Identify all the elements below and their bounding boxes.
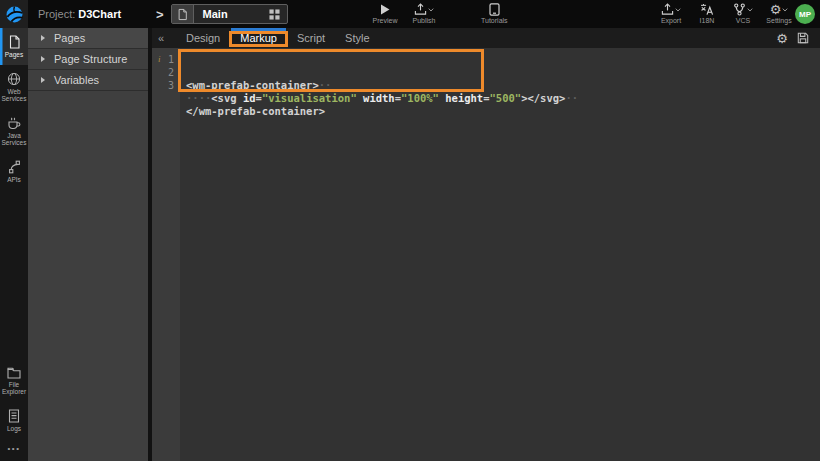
- api-icon: [8, 160, 21, 174]
- user-avatar[interactable]: MP: [795, 4, 815, 24]
- tab-script[interactable]: Script: [287, 28, 335, 48]
- gear-icon: ⚙: [770, 3, 782, 16]
- globe-icon: [7, 72, 21, 86]
- project-name: D3Chart: [78, 8, 121, 20]
- sidebar-item-file-explorer[interactable]: File Explorer: [0, 360, 28, 402]
- i18n-icon: [700, 3, 714, 16]
- line-number-gutter: i123: [152, 48, 180, 461]
- project-label: Project:: [38, 8, 75, 20]
- tab-markup[interactable]: Markup: [230, 28, 287, 48]
- publish-button[interactable]: Publish: [411, 0, 437, 28]
- publish-icon: [414, 3, 427, 16]
- sidebar-item-web-services[interactable]: Web Services: [0, 65, 28, 109]
- sidebar-item-logs[interactable]: Logs: [0, 402, 28, 439]
- sidebar-item-label: File Explorer: [0, 381, 28, 396]
- gutter-lines: i123: [152, 53, 180, 92]
- sidebar-item-label: Pages: [5, 51, 23, 59]
- i18n-button[interactable]: I18N: [694, 0, 720, 28]
- export-label: Export: [661, 17, 681, 25]
- i18n-label: I18N: [700, 17, 715, 25]
- logs-icon: [8, 409, 20, 423]
- code-editor[interactable]: <wm-prefab-container>······<svg id="visu…: [180, 48, 820, 461]
- section-page-structure[interactable]: Page Structure: [28, 49, 148, 70]
- editor-area: « Design Markup Script Style ⚙ i123 <wm-…: [152, 28, 820, 461]
- more-options-icon[interactable]: •••: [0, 438, 28, 461]
- wavemaker-logo-icon: [5, 5, 24, 24]
- preview-label: Preview: [373, 17, 398, 25]
- sidebar-item-pages[interactable]: Pages: [0, 28, 28, 65]
- sidebar-item-apis[interactable]: APIs: [0, 153, 28, 190]
- section-variables[interactable]: Variables: [28, 70, 148, 91]
- export-button[interactable]: Export: [658, 0, 684, 28]
- sidebar-item-label: Web Services: [0, 88, 28, 103]
- tutorials-icon: [489, 3, 500, 16]
- tutorials-label: Tutorials: [481, 17, 508, 25]
- vcs-branch-icon: [733, 3, 746, 16]
- chevron-down-icon: [428, 8, 434, 12]
- chevron-right-icon[interactable]: >: [156, 7, 164, 22]
- page-file-icon: [172, 5, 194, 23]
- publish-label: Publish: [413, 17, 436, 25]
- vcs-label: VCS: [736, 17, 750, 25]
- code-lines: <wm-prefab-container>······<svg id="visu…: [186, 79, 820, 118]
- triangle-right-icon: [41, 77, 45, 83]
- open-page-tab-main[interactable]: Main: [171, 4, 288, 24]
- tab-design[interactable]: Design: [176, 28, 230, 48]
- sidebar-item-java-services[interactable]: Java Services: [0, 109, 28, 153]
- sidebar-item-label: Logs: [7, 425, 21, 433]
- left-icon-rail: Pages Web Services Java Services APIs: [0, 28, 28, 461]
- chevron-down-icon: [747, 8, 753, 12]
- open-page-tab-label: Main: [194, 5, 262, 23]
- settings-button[interactable]: ⚙ Settings: [766, 0, 792, 28]
- triangle-right-icon: [41, 35, 45, 41]
- collapse-panel-icon[interactable]: «: [155, 32, 167, 44]
- section-label: Page Structure: [54, 53, 127, 65]
- section-pages[interactable]: Pages: [28, 28, 148, 49]
- chevron-down-icon: [782, 8, 788, 12]
- settings-label: Settings: [766, 17, 791, 25]
- wavemaker-logo[interactable]: [0, 0, 28, 28]
- triangle-right-icon: [41, 56, 45, 62]
- sidebar-item-label: APIs: [7, 176, 21, 184]
- tab-style[interactable]: Style: [335, 28, 379, 48]
- section-label: Pages: [54, 32, 85, 44]
- explorer-panel: Pages Page Structure Variables: [28, 28, 148, 461]
- section-label: Variables: [54, 74, 99, 86]
- coffee-icon: [7, 116, 21, 130]
- vcs-button[interactable]: VCS: [730, 0, 756, 28]
- tutorials-button[interactable]: Tutorials: [481, 0, 508, 28]
- project-title: Project:D3Chart: [38, 8, 121, 20]
- page-icon: [8, 35, 21, 49]
- chevron-down-icon: [675, 8, 681, 12]
- export-icon: [661, 3, 674, 16]
- play-icon: [380, 3, 390, 16]
- page-switcher-grid-icon[interactable]: [262, 5, 287, 23]
- folder-icon: [7, 367, 21, 379]
- top-bar: Project:D3Chart > Main Preview: [0, 0, 820, 28]
- save-icon[interactable]: [797, 32, 809, 44]
- preview-button[interactable]: Preview: [372, 0, 398, 28]
- editor-settings-gear-icon[interactable]: ⚙: [776, 32, 788, 45]
- panel-resize-divider[interactable]: [148, 28, 152, 461]
- editor-tab-bar: « Design Markup Script Style ⚙: [152, 28, 820, 48]
- sidebar-item-label: Java Services: [0, 132, 28, 147]
